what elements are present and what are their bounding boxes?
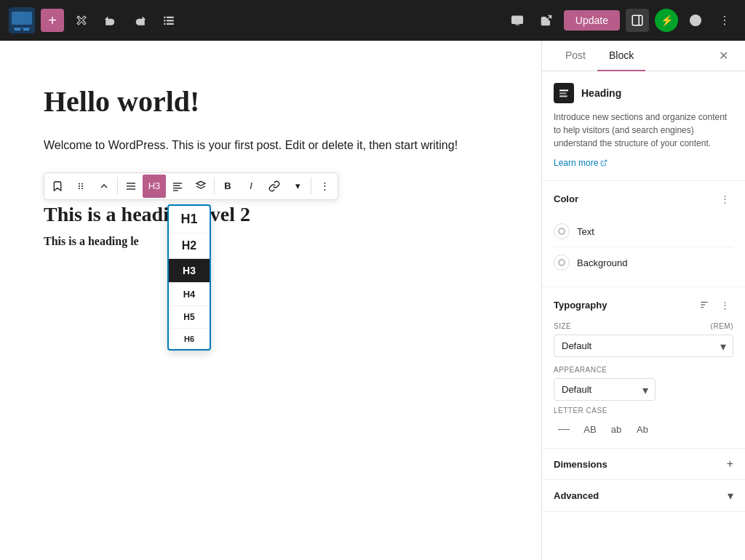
svg-rect-35	[559, 95, 567, 97]
svg-rect-29	[173, 183, 182, 183]
post-paragraph[interactable]: Welcome to WordPress. This is your first…	[44, 136, 498, 155]
wp-logo[interactable]	[9, 7, 35, 33]
italic-btn[interactable]: I	[239, 175, 263, 198]
svg-point-24	[79, 188, 80, 189]
dimensions-section: Dimensions +	[542, 449, 745, 480]
redo-button[interactable]	[128, 9, 151, 32]
tools-button[interactable]	[70, 9, 93, 32]
heading-level-dropdown: H1 H2 H3 H4 H5 H6	[167, 204, 211, 351]
update-button[interactable]: Update	[564, 10, 620, 31]
appearance-select[interactable]: Default	[554, 378, 656, 401]
appearance-select-wrapper: Default	[554, 378, 656, 401]
block-options-btn[interactable]: ⋮	[313, 175, 336, 198]
letter-case-label: LETTER CASE	[554, 407, 733, 415]
block-toolbar: H3 B I ▾ ⋮	[44, 172, 338, 200]
more-options-button[interactable]	[713, 9, 736, 32]
sidebar-tabs-list: Post Block	[554, 41, 645, 71]
list-style-btn[interactable]	[119, 175, 143, 198]
svg-rect-6	[167, 17, 174, 18]
dimensions-title: Dimensions	[554, 459, 607, 470]
color-more-button[interactable]: ⋮	[716, 190, 733, 207]
typography-filter-button[interactable]	[696, 296, 713, 313]
heading3-block[interactable]: This is a heading le	[44, 232, 498, 251]
letter-case-capitalize-button[interactable]: Ab	[632, 419, 653, 439]
heading-level-btn[interactable]: H3	[143, 175, 166, 198]
tab-block[interactable]: Block	[597, 41, 645, 71]
svg-rect-13	[632, 15, 642, 25]
dimensions-header[interactable]: Dimensions +	[554, 457, 733, 471]
sidebar-tabs: Post Block ✕	[542, 41, 745, 71]
top-bar: + Update ⚡	[0, 0, 745, 41]
heading2-block[interactable]: This is a heading level 2	[44, 203, 498, 226]
desktop-preview-button[interactable]	[506, 9, 529, 32]
size-select-wrapper: Default	[554, 335, 733, 357]
editor-area: Hello world! Welcome to WordPress. This …	[0, 41, 541, 560]
svg-rect-33	[559, 89, 568, 91]
main-layout: Hello world! Welcome to WordPress. This …	[0, 41, 745, 560]
color-background-option[interactable]: Background	[554, 247, 733, 278]
move-btn[interactable]	[92, 175, 116, 198]
close-sidebar-button[interactable]: ✕	[713, 46, 733, 66]
heading-option-h2[interactable]: H2	[169, 233, 210, 259]
typography-more-button[interactable]: ⋮	[716, 296, 733, 313]
sidebar-toggle-button[interactable]	[626, 9, 649, 32]
letter-case-row: — AB ab Ab	[554, 419, 733, 439]
appearance-label: APPEARANCE	[554, 366, 733, 374]
dimensions-expand-icon: +	[727, 457, 733, 471]
svg-rect-7	[164, 20, 165, 21]
color-section: Color ⋮ Text Background	[542, 181, 745, 287]
svg-rect-4	[13, 28, 31, 28]
advanced-header[interactable]: Advanced ▾	[554, 489, 733, 503]
heading-option-h4[interactable]: H4	[169, 283, 210, 306]
svg-point-20	[79, 183, 80, 184]
svg-rect-31	[173, 188, 182, 188]
more-rich-btn[interactable]: ▾	[286, 175, 309, 198]
block-type-name: Heading	[581, 87, 621, 99]
svg-point-17	[724, 16, 725, 17]
heading-option-h1[interactable]: H1	[169, 206, 210, 233]
svg-point-21	[81, 183, 83, 184]
bookmark-btn[interactable]	[46, 175, 69, 198]
svg-rect-10	[167, 23, 174, 25]
svg-rect-8	[167, 20, 174, 21]
svg-point-23	[81, 185, 83, 187]
tab-post[interactable]: Post	[554, 41, 597, 71]
svg-rect-30	[173, 185, 180, 185]
color-text-indicator	[558, 228, 565, 235]
color-section-header: Color ⋮	[554, 190, 733, 207]
color-text-option[interactable]: Text	[554, 216, 733, 247]
performance-button[interactable]: ⚡	[655, 9, 678, 32]
size-select[interactable]: Default	[554, 335, 733, 357]
size-label: SIZE (REM)	[554, 322, 733, 330]
letter-case-none-button[interactable]: —	[554, 419, 574, 439]
bold-btn[interactable]: B	[216, 175, 239, 198]
transform-btn[interactable]	[189, 175, 212, 198]
letter-case-uppercase-button[interactable]: AB	[580, 419, 600, 439]
color-text-circle	[554, 223, 570, 239]
typography-header: Typography ⋮	[554, 296, 733, 313]
learn-more-link[interactable]: Learn more	[554, 158, 607, 168]
block-type-icon	[554, 83, 574, 103]
heading-option-h5[interactable]: H5	[169, 306, 210, 329]
list-view-button[interactable]	[157, 9, 180, 32]
svg-rect-1	[12, 12, 32, 25]
external-link-button[interactable]	[535, 9, 558, 32]
post-heading[interactable]: Hello world!	[44, 84, 498, 119]
help-button[interactable]	[684, 9, 707, 32]
link-btn[interactable]	[263, 175, 286, 198]
advanced-title: Advanced	[554, 490, 599, 501]
block-description: Introduce new sections and organize cont…	[554, 111, 733, 150]
heading-option-h6[interactable]: H6	[169, 329, 210, 349]
add-block-button[interactable]: +	[41, 9, 64, 32]
heading-option-h3[interactable]: H3	[169, 259, 210, 283]
letter-case-lowercase-button[interactable]: ab	[606, 419, 626, 439]
color-background-circle	[554, 255, 570, 271]
typography-section: Typography ⋮ SIZE (REM) Default APPEARAN…	[542, 287, 745, 449]
svg-line-36	[604, 160, 607, 164]
svg-point-25	[81, 188, 83, 189]
color-text-label: Text	[577, 226, 594, 237]
undo-button[interactable]	[99, 9, 122, 32]
drag-btn[interactable]	[69, 175, 92, 198]
align-btn[interactable]	[166, 175, 189, 198]
svg-rect-26	[127, 183, 135, 183]
